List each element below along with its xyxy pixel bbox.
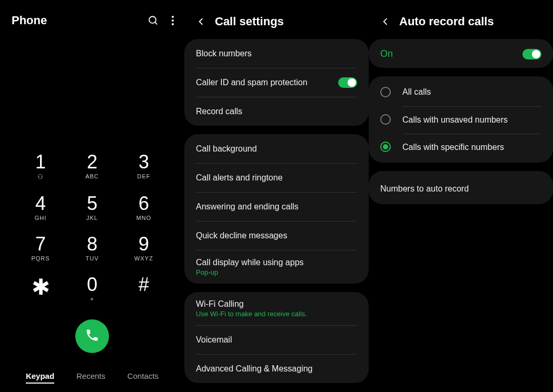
key-5[interactable]: 5JKL xyxy=(66,194,118,221)
bottom-tabs: Keypad Recents Contacts xyxy=(0,371,184,384)
tab-recents[interactable]: Recents xyxy=(76,371,105,384)
key-7[interactable]: 7PQRS xyxy=(15,235,66,262)
svg-point-2 xyxy=(172,16,174,18)
key-6[interactable]: 6MNO xyxy=(118,194,170,221)
phone-icon xyxy=(85,328,100,345)
row-call-background[interactable]: Call background xyxy=(196,134,357,163)
auto-record-screen: Auto record calls On All calls Calls wit… xyxy=(369,0,553,392)
row-call-alerts[interactable]: Call alerts and ringtone xyxy=(196,163,357,192)
page-title: Phone xyxy=(12,14,47,27)
call-button[interactable] xyxy=(75,319,109,353)
row-quick-decline[interactable]: Quick decline messages xyxy=(196,221,357,250)
key-4[interactable]: 4GHI xyxy=(15,194,66,221)
page-title: Call settings xyxy=(215,15,284,28)
auto-record-state: On xyxy=(380,48,393,59)
svg-point-0 xyxy=(149,16,156,23)
back-icon[interactable] xyxy=(380,16,391,27)
row-advanced-calling[interactable]: Advanced Calling & Messaging xyxy=(196,354,357,383)
numbers-to-record-card: Numbers to auto record xyxy=(369,171,553,204)
auto-record-toggle[interactable] xyxy=(522,49,541,59)
svg-line-1 xyxy=(155,22,157,24)
radio-icon xyxy=(380,142,391,152)
more-icon[interactable] xyxy=(172,16,174,25)
auto-record-toggle-card: On xyxy=(369,39,553,68)
row-record-calls[interactable]: Record calls xyxy=(196,97,357,126)
row-call-display-apps[interactable]: Call display while using apps Pop-up xyxy=(196,250,357,284)
radio-icon xyxy=(380,114,391,125)
caller-id-toggle[interactable] xyxy=(338,77,357,88)
radio-specific-numbers[interactable]: Calls with specific numbers xyxy=(380,133,541,160)
key-9[interactable]: 9WXYZ xyxy=(118,235,170,262)
tab-contacts[interactable]: Contacts xyxy=(127,371,159,384)
key-8[interactable]: 8TUV xyxy=(66,235,118,262)
radio-unsaved-numbers[interactable]: Calls with unsaved numbers xyxy=(380,106,541,133)
settings-group-1: Block numbers Caller ID and spam protect… xyxy=(184,39,369,126)
row-caller-id-spam[interactable]: Caller ID and spam protection xyxy=(196,68,357,97)
dial-keypad: 1⚇ 2ABC 3DEF 4GHI 5JKL 6MNO 7PQRS 8TUV 9… xyxy=(0,153,184,302)
svg-point-4 xyxy=(172,23,174,25)
page-title: Auto record calls xyxy=(399,15,494,28)
settings-group-2: Call background Call alerts and ringtone… xyxy=(184,134,369,284)
key-3[interactable]: 3DEF xyxy=(118,153,170,180)
row-answering-ending[interactable]: Answering and ending calls xyxy=(196,192,357,221)
svg-point-3 xyxy=(172,19,174,22)
radio-all-calls[interactable]: All calls xyxy=(380,78,541,106)
radio-icon xyxy=(380,87,391,97)
tab-keypad[interactable]: Keypad xyxy=(26,371,54,384)
key-star[interactable]: ✱ xyxy=(15,275,66,302)
call-settings-screen: Call settings Block numbers Caller ID an… xyxy=(184,0,369,392)
row-wifi-calling[interactable]: Wi-Fi Calling Use Wi-Fi to make and rece… xyxy=(196,292,357,325)
back-icon[interactable] xyxy=(196,16,206,27)
key-hash[interactable]: # xyxy=(118,275,170,302)
search-icon[interactable] xyxy=(147,15,159,26)
settings-group-3: Wi-Fi Calling Use Wi-Fi to make and rece… xyxy=(184,292,369,383)
key-0[interactable]: 0+ xyxy=(66,275,118,302)
row-voicemail[interactable]: Voicemail xyxy=(196,325,357,354)
row-block-numbers[interactable]: Block numbers xyxy=(196,39,357,68)
key-1[interactable]: 1⚇ xyxy=(15,153,66,180)
key-2[interactable]: 2ABC xyxy=(66,153,118,180)
auto-record-options: All calls Calls with unsaved numbers Cal… xyxy=(369,76,553,163)
row-numbers-to-record[interactable]: Numbers to auto record xyxy=(380,174,541,203)
phone-dialer-screen: Phone 1⚇ 2ABC 3DEF 4GHI 5JKL 6MNO 7PQRS … xyxy=(0,0,184,392)
